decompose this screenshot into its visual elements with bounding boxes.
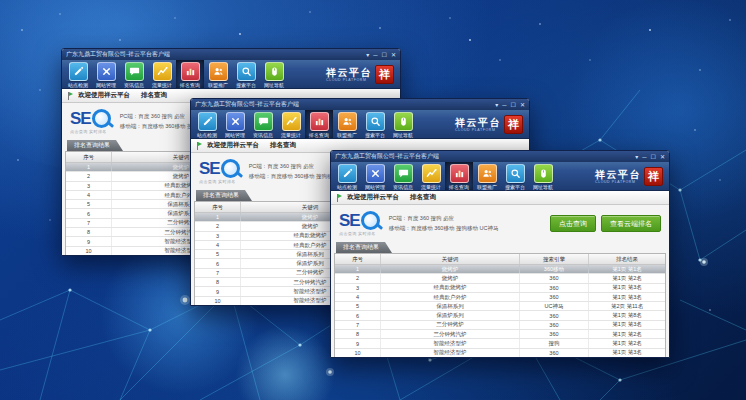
toolbar-item-6[interactable]: 联盟推广 [473, 162, 501, 190]
welcome-text: 欢迎使用祥云平台 [207, 141, 259, 150]
minimize-icon[interactable]: ─ [373, 52, 377, 58]
users-icon [209, 62, 228, 81]
seo-wordmark: SE [199, 160, 220, 177]
table-row[interactable]: 4 经典款户外炉 360 第1页 第3名 [335, 293, 665, 302]
toolbar-item-3[interactable]: 资讯信息 [249, 110, 277, 138]
toolbar-item-2[interactable]: 网站管理 [92, 60, 120, 88]
toolbar-item-7[interactable]: 搜索平台 [501, 162, 529, 190]
maximize-icon[interactable]: ☐ [511, 102, 516, 108]
seo-caption: 点击查询 实时排名 [199, 179, 240, 184]
maximize-icon[interactable]: ☐ [651, 154, 656, 160]
window-controls: ▾ ─ ☐ ✕ [495, 102, 525, 108]
toolbar-item-5[interactable]: 排名查询 [305, 110, 333, 138]
cell-engine: 360 [520, 321, 589, 329]
toolbar-item-6[interactable]: 联盟推广 [333, 110, 361, 138]
maximize-icon[interactable]: ☐ [382, 52, 387, 58]
table-row[interactable]: 10 智能经济型炉 360 第1页 第3名 [335, 349, 665, 357]
search-platform-icon [366, 112, 385, 131]
brand-subtitle: CLOUD PLATFORM [595, 180, 641, 184]
minimize-icon[interactable]: ─ [642, 154, 646, 160]
toolbar-item-8[interactable]: 网址导航 [529, 162, 557, 190]
titlebar[interactable]: 广东九鼎工贸有限公司-祥云平台客户端 ▾ ─ ☐ ✕ [62, 49, 400, 60]
toolbar-item-4[interactable]: 流量统计 [277, 110, 305, 138]
toolbar-item-5[interactable]: 排名查询 [176, 60, 204, 88]
tab-row: 排名查询结果 [331, 242, 669, 253]
seo-logo: SE 点击查询 实时排名 [70, 109, 111, 134]
toolbar-item-1[interactable]: 站点检测 [193, 110, 221, 138]
toolbar-item-1[interactable]: 站点检测 [333, 162, 361, 190]
toolbar-item-label: 资讯信息 [124, 82, 144, 88]
toolbar-item-3[interactable]: 资讯信息 [120, 60, 148, 88]
query-button[interactable]: 点击查询 [550, 215, 596, 232]
window-title: 广东九鼎工贸有限公司-祥云平台客户端 [66, 50, 170, 59]
cell-index: 1 [335, 265, 381, 273]
close-icon[interactable]: ✕ [391, 52, 396, 58]
toolbar: 站点检测 网站管理 资讯信息 流量统计 [191, 110, 529, 139]
magnifier-icon [221, 159, 240, 178]
toolbar-item-3[interactable]: 资讯信息 [389, 162, 417, 190]
toolbar-item-8[interactable]: 网址导航 [260, 60, 288, 88]
toolbar-item-7[interactable]: 搜索平台 [232, 60, 260, 88]
toolbar-item-1[interactable]: 站点检测 [64, 60, 92, 88]
column-header-1[interactable]: 序号 [66, 152, 112, 162]
table-row[interactable]: 6 保温炉系列 360 第1页 第8名 [335, 311, 665, 320]
flag-icon [197, 142, 203, 150]
mouse-icon [265, 62, 284, 81]
results-tab[interactable]: 排名查询结果 [196, 190, 252, 201]
skin-icon[interactable]: ▾ [366, 52, 369, 58]
results-tab[interactable]: 排名查询结果 [336, 242, 392, 253]
toolbar-item-label: 排名查询 [449, 184, 469, 190]
cell-index: 2 [195, 222, 241, 230]
table-row[interactable]: 5 保温杯系列 UC神马 第2页 第11名 [335, 302, 665, 311]
toolbar-item-4[interactable]: 流量统计 [148, 60, 176, 88]
brand-logo: 祥云平台 CLOUD PLATFORM 祥 [326, 60, 396, 88]
cell-rank: 第1页 第2名 [589, 339, 665, 347]
cell-index: 10 [66, 247, 112, 255]
line-chart-icon [422, 164, 441, 183]
minimize-icon[interactable]: ─ [502, 102, 506, 108]
seo-logo: SE 点击查询 实时排名 [199, 159, 240, 184]
titlebar[interactable]: 广东九鼎工贸有限公司-祥云平台客户端 ▾ ─ ☐ ✕ [331, 151, 669, 162]
cell-rank: 第1页 第1名 [589, 265, 665, 273]
close-icon[interactable]: ✕ [520, 102, 525, 108]
column-header-1[interactable]: 序号 [335, 254, 381, 264]
toolbar-item-2[interactable]: 网站管理 [221, 110, 249, 138]
skin-icon[interactable]: ▾ [635, 154, 638, 160]
titlebar[interactable]: 广东九鼎工贸有限公司-祥云平台客户端 ▾ ─ ☐ ✕ [191, 99, 529, 110]
column-header-2[interactable]: 关键词 [381, 254, 520, 264]
window-title: 广东九鼎工贸有限公司-祥云平台客户端 [335, 152, 439, 161]
results-tab[interactable]: 排名查询结果 [67, 140, 123, 151]
table-header: 序号关键词搜索引擎排名结果 [335, 254, 665, 265]
table-row[interactable]: 3 经典款烧烤炉 360 第1页 第3名 [335, 284, 665, 293]
table-row[interactable]: 8 三分钟烤汽炉 360 第1页 第2名 [335, 330, 665, 339]
toolbar-items: 站点检测 网站管理 资讯信息 流量统计 [333, 162, 557, 190]
cell-rank: 第1页 第3名 [589, 321, 665, 329]
welcome-bar: 欢迎使用祥云平台 排名查询 [331, 191, 669, 205]
column-header-3[interactable]: 搜索引擎 [520, 254, 589, 264]
column-header-4[interactable]: 排名结果 [589, 254, 665, 264]
brand-logo: 祥云平台 CLOUD PLATFORM 祥 [595, 162, 665, 190]
toolbar-item-4[interactable]: 流量统计 [417, 162, 445, 190]
close-icon[interactable]: ✕ [660, 154, 665, 160]
seo-caption: 点击查询 实时排名 [70, 129, 111, 134]
cell-index: 2 [66, 172, 112, 180]
toolbar-item-7[interactable]: 搜索平台 [361, 110, 389, 138]
toolbar-item-5[interactable]: 排名查询 [445, 162, 473, 190]
toolbar-item-label: 搜索平台 [236, 82, 256, 88]
table-row[interactable]: 2 烧烤炉 360 第1页 第2名 [335, 274, 665, 283]
page-title: 排名查询 [270, 141, 296, 150]
brand-subtitle: CLOUD PLATFORM [455, 128, 501, 132]
cloud-rank-button[interactable]: 查看云端排名 [601, 215, 661, 232]
toolbar-item-6[interactable]: 联盟推广 [204, 60, 232, 88]
table-row[interactable]: 9 智能经济型炉 搜狗 第1页 第2名 [335, 339, 665, 348]
toolbar-items: 站点检测 网站管理 资讯信息 流量统计 [64, 60, 288, 88]
skin-icon[interactable]: ▾ [495, 102, 498, 108]
windows-layer: 广东九鼎工贸有限公司-祥云平台客户端 ▾ ─ ☐ ✕ 站点检测 网站管理 [0, 0, 746, 400]
toolbar-item-2[interactable]: 网站管理 [361, 162, 389, 190]
toolbar-item-8[interactable]: 网址导航 [389, 110, 417, 138]
cell-engine: 360 [520, 274, 589, 282]
table-row[interactable]: 7 三分钟烤炉 360 第1页 第3名 [335, 321, 665, 330]
table-row[interactable]: 1 烧烤炉 360移动 第1页 第1名 [335, 265, 665, 274]
brand-logo: 祥云平台 CLOUD PLATFORM 祥 [455, 110, 525, 138]
column-header-1[interactable]: 序号 [195, 202, 241, 212]
